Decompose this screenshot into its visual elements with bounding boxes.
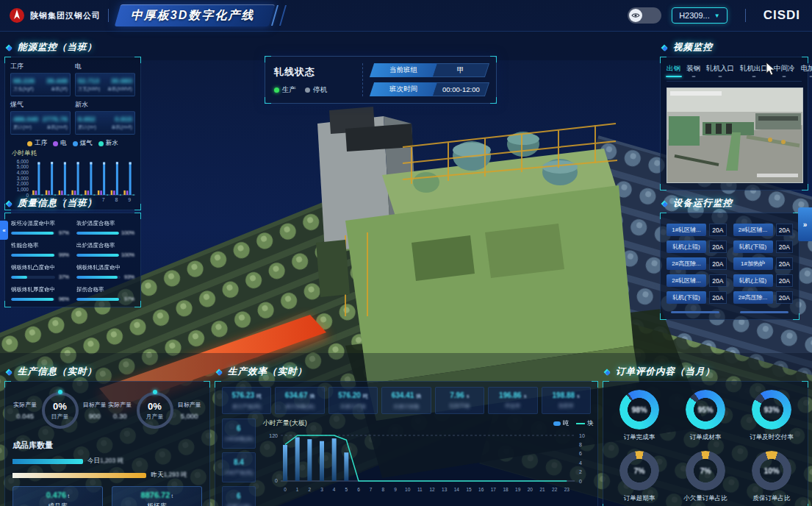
svg-text:10: 10 xyxy=(405,487,411,492)
quality-item-label: 钢板终轧厚度命中 xyxy=(11,286,69,293)
inventory-bar-label: 今日 xyxy=(87,457,100,464)
gauge-actual-label: 实际产量 xyxy=(12,401,38,409)
svg-text:2: 2 xyxy=(308,487,311,492)
svg-text:15: 15 xyxy=(466,487,472,492)
energy-value: 30.683 xyxy=(111,76,132,85)
video-camera-tabs: 出钢装钢轧机入口轧机出口中间冷电加热 xyxy=(667,59,802,82)
frame-corner xyxy=(4,301,11,307)
energy-section-values: 52.71330.683万瓦(kWh)单耗(kWh/t) xyxy=(75,73,135,96)
quality-item: 出炉温度合格率100% xyxy=(76,242,134,257)
frame-corner xyxy=(660,313,667,320)
svg-text:22: 22 xyxy=(552,487,558,492)
warehouse-label: 板坯库 xyxy=(147,502,167,506)
legend-label: 新水 xyxy=(106,139,118,148)
tab-underline xyxy=(691,76,695,77)
energy-section-values: 486.0402775.76累计(m³)单耗(m³/t) xyxy=(10,111,71,135)
order-gauge-label: 订单超期率 xyxy=(624,494,655,503)
frame-corner xyxy=(265,97,271,104)
legend-dot-icon xyxy=(73,141,78,146)
device-item: 2#高压除...20A xyxy=(733,291,794,304)
device-items: 1#轧区辅...20A2#轧区辅...20A轧机(上辊)20A轧机(下辊)20A… xyxy=(667,224,793,304)
device-scrollbar-left[interactable] xyxy=(671,311,719,313)
device-current-value: 20A xyxy=(709,274,727,287)
stat-unit: 块 xyxy=(414,393,421,399)
video-tab-电加热[interactable]: 电加热 xyxy=(801,64,812,77)
diamond-icon xyxy=(4,43,13,52)
quality-progress-fill xyxy=(11,232,54,235)
legend-item: 吨 xyxy=(553,419,570,428)
energy-unit: 单耗(m³/t) xyxy=(111,124,132,131)
video-tab-label: 中间冷 xyxy=(774,64,795,72)
device-scrollbar-right[interactable] xyxy=(740,311,788,313)
svg-text:19: 19 xyxy=(515,487,521,492)
energy-section: 新水6.6520.915累计(m³)单耗(m³/t) xyxy=(75,99,135,135)
camera-image xyxy=(667,88,802,182)
zero-gauge: 0%月产量 xyxy=(134,389,176,432)
diamond-icon xyxy=(660,43,669,52)
svg-text:12: 12 xyxy=(429,487,435,492)
video-tab-轧机入口[interactable]: 轧机入口 xyxy=(706,64,734,77)
svg-text:2: 2 xyxy=(579,469,582,474)
device-name: 2#高压除... xyxy=(733,291,773,304)
order-panel-title: 订单评价内容（当月） xyxy=(603,366,808,378)
video-tab-中间冷[interactable]: 中间冷 xyxy=(774,64,795,77)
order-gauge: 10%质保订单占比 xyxy=(739,449,805,505)
energy-value: 52.713 xyxy=(78,76,99,85)
quality-progress-fill xyxy=(76,232,119,235)
stat-value: 6 xyxy=(224,492,254,500)
quality-progress-track xyxy=(76,232,119,235)
quality-item-value: 97% xyxy=(57,230,69,235)
svg-text:14: 14 xyxy=(453,487,459,492)
quality-item-value: 100% xyxy=(121,230,134,235)
warehouse-boxes: 0.476t成品库8876.72t板坯库 xyxy=(12,486,202,506)
order-gauge-label: 订单完成率 xyxy=(624,433,655,442)
device-item: 2#轧区辅...20A xyxy=(667,274,727,287)
frame-corner xyxy=(134,57,141,63)
collapse-right-tab[interactable]: » xyxy=(798,207,812,241)
collapse-left-tab[interactable]: « xyxy=(0,221,8,240)
svg-text:21: 21 xyxy=(539,487,545,492)
camera-select-dropdown[interactable]: H2309... ▼ xyxy=(672,7,727,24)
svg-text:5: 5 xyxy=(345,487,348,492)
svg-text:6,000: 6,000 xyxy=(17,159,29,164)
video-tab-轧机出口[interactable]: 轧机出口 xyxy=(740,64,768,77)
warehouse-value: 0.476t xyxy=(46,491,70,499)
energy-sections: 工序68.22639.449万焦(kg/t)单耗(t/t)电52.71330.6… xyxy=(10,61,135,135)
ribbon-label: 当前班组 xyxy=(370,63,437,77)
efficiency-side-stat: 8.4小时产量(吨) xyxy=(222,452,256,482)
legend-label: 块 xyxy=(587,419,594,428)
inventory-bar-text: 昨天1,293 吨 xyxy=(151,471,187,480)
frame-corner xyxy=(204,381,210,388)
legend-item: 工序 xyxy=(27,139,47,148)
device-name: 轧机(上辊) xyxy=(667,240,706,253)
company-logo-icon xyxy=(9,7,25,24)
stat-value: 198.88 s xyxy=(544,391,589,399)
stat-label: 小时块数(块) xyxy=(224,435,254,443)
efficiency-stat: 634.67 块累计块数(块) xyxy=(275,387,324,414)
device-current-value: 20A xyxy=(776,291,794,304)
frame-corner xyxy=(660,57,667,63)
stat-value: 576.23 吨 xyxy=(224,391,269,400)
company-logo-wrap: 陕钢集团汉钢公司 xyxy=(0,7,101,24)
device-name: 轧机(下辊) xyxy=(733,240,773,253)
ribbon-value: 00:00-12:00 xyxy=(433,82,489,96)
stat-unit: 块 xyxy=(308,393,315,399)
quality-panel-title: 质量信息（当班） xyxy=(4,197,141,210)
status-ribbon: 当前班组甲 xyxy=(370,63,489,77)
video-tab-出钢[interactable]: 出钢 xyxy=(667,64,680,77)
energy-section: 工序68.22639.449万焦(kg/t)单耗(t/t) xyxy=(10,61,71,96)
device-current-value: 20A xyxy=(776,257,794,270)
video-tab-装钢[interactable]: 装钢 xyxy=(686,64,700,77)
stat-label: 轧制节奏 xyxy=(437,402,482,410)
gauge-target: 目标产量5,000 xyxy=(177,401,203,420)
order-gauge: 7%订单超期率 xyxy=(606,449,672,505)
svg-text:17: 17 xyxy=(490,487,496,492)
app-header: 陕钢集团汉钢公司 中厚板3D数字化产线 H2309... ▼ CISDI xyxy=(0,0,812,32)
dashboard-root: 陕钢集团汉钢公司 中厚板3D数字化产线 H2309... ▼ CISDI xyxy=(0,0,812,506)
page-title-badge: 中厚板3D数字化产线 xyxy=(115,4,276,26)
quality-progress-track xyxy=(11,298,55,301)
quality-progress-fill xyxy=(11,276,27,279)
visibility-toggle[interactable] xyxy=(628,7,661,24)
status-ribbons: 当前班组甲班次时间00:00-12:00 xyxy=(372,63,487,96)
legend-bar-icon xyxy=(553,421,561,426)
